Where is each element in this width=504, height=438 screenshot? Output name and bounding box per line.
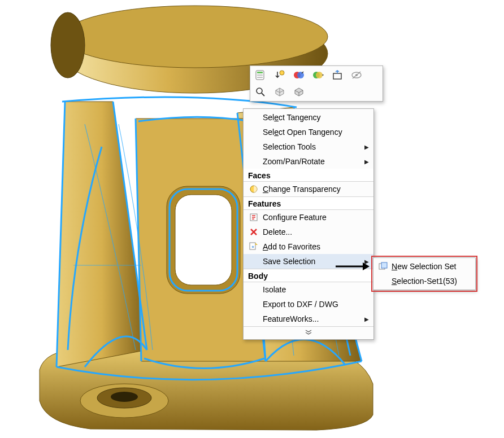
delete-icon: [247, 228, 260, 236]
section-faces: Faces: [244, 169, 373, 182]
svg-rect-11: [257, 75, 263, 76]
svg-point-2: [111, 392, 138, 402]
color-dropdown-icon[interactable]: [312, 69, 324, 81]
submenu-selection-set-1[interactable]: Selection-Set1(53): [373, 274, 475, 288]
normal-to-icon[interactable]: [332, 69, 343, 81]
annotation-arrow: [334, 261, 371, 272]
svg-point-22: [257, 88, 262, 94]
svg-rect-10: [257, 72, 263, 73]
favorite-icon: [247, 242, 260, 251]
svg-point-6: [62, 6, 328, 68]
svg-rect-31: [381, 262, 387, 268]
svg-rect-18: [333, 73, 341, 79]
hide-icon[interactable]: [351, 69, 362, 81]
svg-rect-12: [257, 77, 263, 78]
menu-expand[interactable]: [244, 326, 373, 338]
menu-delete[interactable]: Delete...: [244, 225, 373, 239]
svg-rect-4: [175, 195, 232, 285]
menu-featureworks[interactable]: FeatureWorks...▶: [244, 312, 373, 326]
sort-icon[interactable]: [274, 69, 285, 81]
properties-icon[interactable]: [255, 69, 266, 81]
context-toolbar: [250, 65, 383, 102]
chevron-right-icon: ▶: [362, 144, 369, 150]
svg-point-13: [280, 71, 284, 75]
selection-set-icon: [377, 262, 389, 271]
menu-select-open-tangency[interactable]: Select Open Tangency: [244, 125, 373, 139]
menu-export-dxf-dwg[interactable]: Export to DXF / DWG: [244, 297, 373, 312]
zoom-icon[interactable]: [255, 86, 266, 98]
svg-point-15: [297, 72, 304, 78]
appearance-icon[interactable]: [293, 69, 305, 81]
menu-isolate[interactable]: Isolate: [244, 282, 373, 297]
menu-add-to-favorites[interactable]: Add to Favorites: [244, 239, 373, 254]
chevron-right-icon: ▶: [362, 316, 369, 322]
svg-point-17: [316, 72, 323, 78]
menu-change-transparency[interactable]: Change Transparency: [244, 182, 373, 196]
menu-zoom-pan-rotate[interactable]: Zoom/Pan/Rotate▶: [244, 154, 373, 169]
section-features: Features: [244, 196, 373, 210]
svg-line-23: [262, 93, 264, 96]
isometric-icon[interactable]: [274, 86, 285, 98]
svg-rect-28: [250, 243, 255, 249]
configure-icon: [247, 213, 260, 222]
menu-select-tangency[interactable]: Select Tangency: [244, 110, 373, 125]
chevron-double-down-icon: [305, 330, 312, 335]
transparency-icon: [247, 185, 260, 194]
submenu-new-selection-set[interactable]: New Selection Set: [373, 259, 475, 274]
menu-selection-tools[interactable]: Selection Tools▶: [244, 139, 373, 154]
display-style-icon[interactable]: [293, 86, 305, 98]
menu-configure-feature[interactable]: Configure Feature: [244, 210, 373, 225]
chevron-right-icon: ▶: [362, 159, 369, 165]
save-selection-submenu: New Selection Set Selection-Set1(53): [373, 257, 476, 290]
context-menu: Select Tangency Select Open Tangency Sel…: [243, 108, 374, 340]
svg-point-7: [51, 12, 85, 78]
